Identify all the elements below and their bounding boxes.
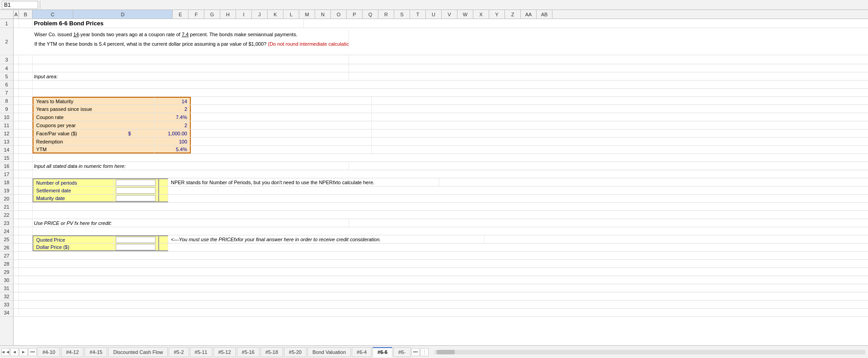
row-num-29[interactable]: 29 (0, 268, 13, 276)
row-num-21[interactable]: 21 (0, 203, 13, 211)
tab-4-10[interactable]: #4-10 (38, 347, 60, 357)
col-header-z[interactable]: Z (505, 10, 521, 19)
tab-more-btn[interactable]: ••• (411, 348, 420, 356)
col-header-t[interactable]: T (410, 10, 426, 19)
cell-problem-text[interactable]: Wiser Co. issued 14-year bonds two years… (33, 30, 349, 48)
row-num-9[interactable]: 9 (0, 105, 13, 113)
col-header-r[interactable]: R (378, 10, 394, 19)
formula-divider (40, 1, 40, 9)
tab-5-12[interactable]: #5-12 (213, 347, 236, 357)
col-header-j[interactable]: J (252, 10, 268, 19)
orange-row-cr-value: 7.4% (155, 113, 191, 121)
row-num-22[interactable]: 22 (0, 211, 13, 219)
col-header-s[interactable]: S (394, 10, 410, 19)
tab-nav-dots[interactable]: ••• (28, 348, 37, 356)
name-box[interactable] (2, 1, 38, 9)
tab-dcf[interactable]: Discounted Cash Flow (108, 347, 168, 357)
col-header-l[interactable]: L (283, 10, 299, 19)
tab-nav-prev[interactable]: ◄ (10, 348, 19, 356)
tab-6-4[interactable]: #6-4 (352, 347, 372, 357)
row-num-16[interactable]: 16 (0, 162, 13, 170)
row-num-20[interactable]: 20 (0, 195, 13, 203)
row-num-14[interactable]: 14 (0, 146, 13, 154)
col-header-a[interactable]: A (14, 10, 19, 19)
row-num-2[interactable]: 2 (0, 28, 13, 55)
column-headers: A B C D E F G H I J K L M N O P Q R S T … (0, 10, 868, 19)
col-header-q[interactable]: Q (363, 10, 378, 19)
row-num-18[interactable]: 18 (0, 178, 13, 186)
tab-nav-first[interactable]: ◄◄ (1, 348, 9, 356)
row-num-23[interactable]: 23 (0, 219, 13, 227)
tab-5-16[interactable]: #5-16 (237, 347, 259, 357)
row-5: Input area: (14, 72, 868, 81)
row-num-12[interactable]: 12 (0, 129, 13, 138)
nper-note: NPER stands for Number of Periods, but y… (168, 178, 439, 186)
row-num-6[interactable]: 6 (0, 81, 13, 89)
col-header-v[interactable]: V (442, 10, 458, 19)
dollar-price-input[interactable] (116, 244, 156, 250)
col-header-d[interactable]: D (73, 10, 173, 19)
col-header-e[interactable]: E (173, 10, 189, 19)
cell-b1[interactable] (19, 19, 33, 28)
row-27 (14, 252, 868, 260)
col-header-u[interactable]: U (426, 10, 442, 19)
tab-5-2[interactable]: #5-2 (169, 347, 189, 357)
tab-nav-next[interactable]: ► (19, 348, 28, 356)
settlement-date-input[interactable] (116, 187, 156, 194)
row-num-8[interactable]: 8 (0, 97, 13, 105)
scrollbar-thumb[interactable] (437, 350, 455, 354)
col-header-k[interactable]: K (268, 10, 283, 19)
maturity-date-input[interactable] (116, 195, 156, 201)
col-header-c[interactable]: C (33, 10, 73, 19)
col-header-p[interactable]: P (347, 10, 363, 19)
col-header-o[interactable]: O (331, 10, 347, 19)
scrollbar-track[interactable] (434, 350, 865, 354)
col-header-b[interactable]: B (19, 10, 33, 19)
row-num-4[interactable]: 4 (0, 64, 13, 72)
quoted-price-input[interactable] (116, 237, 156, 243)
col-header-w[interactable]: W (458, 10, 473, 19)
row-num-7[interactable]: 7 (0, 89, 13, 97)
tab-6-6[interactable]: #6-6 (373, 347, 392, 357)
row-num-10[interactable]: 10 (0, 113, 13, 121)
row-num-34[interactable]: 34 (0, 309, 13, 317)
tab-5-18[interactable]: #5-18 (260, 347, 283, 357)
tab-6-more[interactable]: #6- (393, 347, 410, 357)
tab-bond-val[interactable]: Bond Valuation (307, 347, 351, 357)
row-num-24[interactable]: 24 (0, 227, 13, 235)
row-num-15[interactable]: 15 (0, 154, 13, 162)
tab-options-btn[interactable]: ⋮ (420, 348, 429, 356)
row-num-27[interactable]: 27 (0, 252, 13, 260)
row-num-32[interactable]: 32 (0, 292, 13, 301)
col-header-i[interactable]: I (236, 10, 252, 19)
tab-5-11[interactable]: #5-11 (190, 347, 212, 357)
col-header-y[interactable]: Y (489, 10, 505, 19)
row-num-17[interactable]: 17 (0, 170, 13, 178)
col-header-f[interactable]: F (189, 10, 204, 19)
cell-a1[interactable] (14, 19, 19, 28)
number-of-periods-input[interactable] (116, 180, 156, 186)
col-header-m[interactable]: M (299, 10, 315, 19)
row-num-11[interactable]: 11 (0, 121, 13, 129)
row-num-25[interactable]: 25 (0, 235, 13, 243)
col-header-n[interactable]: N (315, 10, 331, 19)
row-num-31[interactable]: 31 (0, 284, 13, 292)
tab-4-15[interactable]: #4-15 (85, 347, 107, 357)
row-num-5[interactable]: 5 (0, 72, 13, 81)
row-num-1[interactable]: 1 (0, 19, 13, 28)
row-num-19[interactable]: 19 (0, 186, 13, 195)
col-header-ab[interactable]: AB (537, 10, 552, 19)
tab-5-20[interactable]: #5-20 (284, 347, 307, 357)
col-header-x[interactable]: X (473, 10, 489, 19)
col-header-aa[interactable]: AA (521, 10, 537, 19)
row-num-26[interactable]: 26 (0, 243, 13, 252)
row-num-33[interactable]: 33 (0, 301, 13, 309)
row-num-3[interactable]: 3 (0, 55, 13, 64)
row-num-30[interactable]: 30 (0, 276, 13, 284)
col-header-h[interactable]: H (220, 10, 236, 19)
cell-title[interactable]: Problem 6-6 Bond Prices (33, 19, 304, 28)
row-num-28[interactable]: 28 (0, 260, 13, 268)
row-num-13[interactable]: 13 (0, 138, 13, 146)
tab-4-12[interactable]: #4-12 (61, 347, 84, 357)
col-header-g[interactable]: G (204, 10, 220, 19)
